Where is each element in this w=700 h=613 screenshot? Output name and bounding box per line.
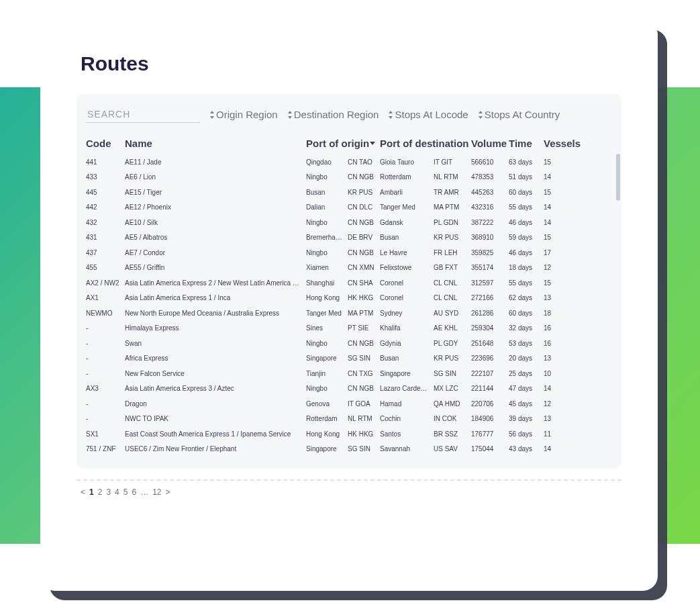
search-input[interactable]: [86, 106, 200, 123]
pagination-pages: 123456: [89, 487, 136, 497]
pagination-page[interactable]: 4: [115, 487, 119, 497]
cell-volume: 432316: [471, 203, 509, 211]
table-row[interactable]: -Africa ExpressSingaporeSG SINBusanKR PU…: [86, 351, 612, 367]
cell-vessels: 15: [544, 279, 573, 287]
column-header-volume[interactable]: Volume: [471, 138, 509, 149]
cell-destination-port: Khalifa: [380, 324, 434, 332]
table-row[interactable]: 442AE12 / PhoenixDalianCN DLCTanger MedM…: [86, 200, 612, 216]
cell-volume: 176777: [471, 430, 509, 438]
filter-destination-region[interactable]: Destination Region: [287, 109, 379, 120]
table-row[interactable]: 441AE11 / JadeQingdaoCN TAOGioia TauroIT…: [86, 154, 612, 170]
pagination-page[interactable]: 2: [98, 487, 103, 497]
table-row[interactable]: -DragonGenovaIT GOAHamadQA HMD22070645 d…: [86, 396, 612, 412]
cell-name: New Falcon Service: [125, 370, 306, 377]
cell-name: NWC TO IPAK: [125, 415, 306, 422]
cell-time: 25 days: [509, 370, 544, 377]
cell-volume: 221144: [471, 385, 509, 392]
table-row[interactable]: -NWC TO IPAKRotterdamNL RTMCochinIN COK1…: [86, 412, 612, 427]
cell-vessels: 16: [544, 324, 573, 332]
cell-origin-port: Ningbo: [306, 340, 348, 347]
table-row[interactable]: -SwanNingboCN NGBGdyniaPL GDY25164853 da…: [86, 336, 612, 351]
cell-time: 46 days: [509, 249, 544, 256]
cell-vessels: 11: [544, 430, 573, 438]
cell-volume: 261286: [471, 310, 509, 317]
cell-volume: 223696: [471, 355, 509, 362]
cell-origin-port: Bremerhaven: [306, 234, 348, 241]
pagination-prev[interactable]: <: [81, 487, 85, 497]
column-header-port-of-destination[interactable]: Port of destination: [380, 138, 471, 149]
column-header-vessels[interactable]: Vessels: [544, 138, 573, 149]
table-row[interactable]: 445AE15 / TigerBusanKR PUSAmbarliTR AMR4…: [86, 185, 612, 200]
cell-vessels: 12: [544, 400, 573, 408]
cell-destination-locode: NL RTM: [434, 173, 471, 181]
cell-code: NEWMO: [86, 310, 125, 317]
cell-time: 56 days: [509, 430, 544, 438]
cell-destination-locode: TR AMR: [434, 189, 471, 196]
vertical-scrollbar[interactable]: [616, 154, 620, 201]
cell-destination-port: Ambarli: [380, 189, 434, 196]
cell-vessels: 12: [544, 264, 573, 271]
cell-origin-locode: HK HKG: [348, 294, 380, 301]
cell-vessels: 10: [544, 370, 573, 377]
table-row[interactable]: 437AE7 / CondorNingboCN NGBLe HavreFR LE…: [86, 245, 612, 261]
cell-origin-port: Singapore: [306, 445, 348, 453]
cell-time: 62 days: [509, 294, 544, 301]
cell-code: 433: [86, 173, 125, 181]
table-row[interactable]: 455AE55 / GriffinXiamenCN XMNFelixstoweG…: [86, 261, 612, 276]
cell-code: -: [86, 340, 125, 347]
table-row[interactable]: -New Falcon ServiceTianjinCN TXGSingapor…: [86, 366, 612, 381]
cell-destination-locode: PL GDY: [434, 340, 471, 347]
cell-time: 45 days: [509, 400, 544, 408]
cell-code: AX3: [86, 385, 125, 392]
cell-code: -: [86, 400, 125, 408]
table-row[interactable]: AX2 / NW2Asia Latin America Express 2 / …: [86, 275, 612, 291]
cell-origin-locode: SG SIN: [348, 355, 380, 362]
cell-origin-locode: KR PUS: [348, 189, 380, 196]
cell-time: 51 days: [509, 173, 544, 181]
table-row[interactable]: -Himalaya ExpressSinesPT SIEKhalifaAE KH…: [86, 321, 612, 336]
table-row[interactable]: 432AE10 / SilkNingboCN NGBGdanskPL GDN38…: [86, 215, 612, 230]
cell-destination-locode: MA PTM: [434, 203, 471, 211]
pagination-page[interactable]: 3: [106, 487, 111, 497]
pagination-page[interactable]: 1: [89, 487, 94, 497]
column-header-code[interactable]: Code: [86, 138, 125, 149]
pagination-next[interactable]: >: [166, 487, 170, 497]
cell-code: 432: [86, 219, 125, 226]
cell-name: AE15 / Tiger: [125, 189, 306, 196]
cell-origin-port: Dalian: [306, 203, 348, 211]
cell-origin-locode: MA PTM: [348, 310, 380, 317]
pagination-ellipsis: …: [140, 487, 148, 497]
cell-time: 32 days: [509, 324, 544, 332]
table-row[interactable]: 433AE6 / LionNingboCN NGBRotterdamNL RTM…: [86, 170, 612, 185]
table-row[interactable]: 431AE5 / AlbatrosBremerhavenDE BRVBusanK…: [86, 230, 612, 246]
cell-origin-locode: CN SHA: [348, 279, 380, 287]
cell-destination-port: Santos: [380, 430, 434, 438]
column-header-name[interactable]: Name: [125, 138, 306, 149]
pagination-page[interactable]: 5: [123, 487, 128, 497]
pagination-page[interactable]: 6: [132, 487, 136, 497]
divider: [77, 479, 621, 481]
sort-desc-icon: [370, 140, 375, 148]
cell-destination-locode: SG SIN: [434, 370, 471, 377]
column-header-time[interactable]: Time: [509, 138, 544, 149]
table-row[interactable]: 751 / ZNFUSEC6 / Zim New Frontier / Elep…: [86, 442, 612, 457]
filter-origin-region[interactable]: Origin Region: [209, 109, 278, 120]
table-row[interactable]: AX1Asia Latin America Express 1 / IncaHo…: [86, 291, 612, 306]
table-row[interactable]: NEWMONew North Europe Med Oceania / Aust…: [86, 305, 612, 321]
pagination-last[interactable]: 12: [152, 487, 161, 497]
cell-destination-locode: MX LZC: [434, 385, 471, 392]
cell-destination-locode: KR PUS: [434, 355, 471, 362]
table-row[interactable]: SX1East Coast South America Express 1 / …: [86, 426, 612, 442]
cell-destination-port: Cochin: [380, 415, 434, 422]
filter-stops-at-locode[interactable]: Stops At Locode: [388, 109, 468, 120]
cell-destination-locode: IT GIT: [434, 158, 471, 166]
cell-code: SX1: [86, 430, 125, 438]
cell-origin-port: Ningbo: [306, 219, 348, 226]
cell-name: New North Europe Med Oceania / Australia…: [125, 310, 306, 317]
filter-label: Origin Region: [216, 109, 278, 120]
cell-destination-locode: US SAV: [434, 445, 471, 453]
table-row[interactable]: AX3Asia Latin America Express 3 / AztecN…: [86, 381, 612, 397]
column-header-port-of-origin[interactable]: Port of origin: [306, 138, 380, 149]
filter-stops-at-country[interactable]: Stops At Country: [478, 109, 560, 120]
cell-origin-port: Ningbo: [306, 173, 348, 181]
